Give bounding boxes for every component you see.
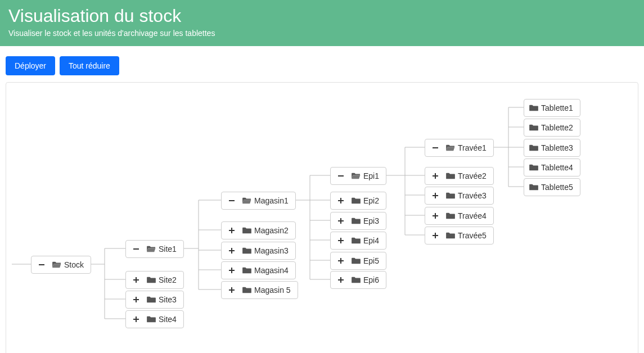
- node-magasin2[interactable]: Magasin2: [221, 221, 296, 239]
- node-label: Magasin4: [254, 266, 289, 275]
- node-label: Tablette2: [541, 123, 573, 132]
- node-travee3[interactable]: Travée3: [425, 187, 494, 205]
- node-tablette3[interactable]: Tablette3: [524, 139, 580, 157]
- node-label: Stock: [64, 260, 84, 269]
- node-epi5[interactable]: Epi5: [330, 252, 386, 270]
- tree-canvas: Stock Site1 Site2 Site3 Site4 Magasin1 M…: [6, 82, 638, 353]
- node-travee5[interactable]: Travée5: [425, 227, 494, 245]
- node-label: Site4: [159, 315, 177, 324]
- plus-icon[interactable]: [430, 210, 441, 221]
- folder-icon: [146, 276, 155, 284]
- plus-icon[interactable]: [226, 265, 237, 276]
- folder-icon: [351, 197, 360, 205]
- node-site4[interactable]: Site4: [125, 310, 184, 328]
- node-label: Tablette5: [541, 183, 573, 192]
- node-label: Site3: [159, 295, 177, 304]
- folder-icon: [242, 227, 251, 234]
- node-tablette5[interactable]: Tablette5: [524, 178, 580, 196]
- node-label: Epi2: [363, 196, 379, 205]
- node-epi4[interactable]: Epi4: [330, 232, 386, 250]
- minus-icon[interactable]: [430, 142, 441, 153]
- plus-icon[interactable]: [430, 170, 441, 182]
- node-label: Epi3: [363, 216, 379, 225]
- node-magasin5[interactable]: Magasin 5: [221, 281, 298, 299]
- node-label: Magasin3: [254, 246, 289, 255]
- node-site2[interactable]: Site2: [125, 271, 184, 289]
- plus-icon[interactable]: [335, 274, 346, 286]
- deploy-button[interactable]: Déployer: [6, 56, 55, 75]
- folder-icon: [351, 276, 360, 284]
- folder-open-icon: [146, 245, 155, 253]
- node-label: Travée2: [458, 171, 487, 180]
- node-label: Site2: [159, 275, 177, 284]
- node-site3[interactable]: Site3: [125, 291, 184, 309]
- folder-icon: [529, 124, 538, 132]
- page-title: Visualisation du stock: [8, 6, 636, 26]
- plus-icon[interactable]: [335, 235, 346, 246]
- plus-icon[interactable]: [130, 294, 142, 305]
- minus-icon[interactable]: [226, 195, 237, 206]
- node-site1[interactable]: Site1: [125, 240, 184, 258]
- node-magasin1[interactable]: Magasin1: [221, 192, 296, 210]
- folder-icon: [242, 266, 251, 274]
- folder-icon: [529, 164, 538, 171]
- node-travee2[interactable]: Travée2: [425, 167, 494, 185]
- folder-icon: [529, 144, 538, 152]
- node-travee1[interactable]: Travée1: [425, 139, 494, 157]
- node-label: Epi6: [363, 275, 379, 284]
- node-label: Travée5: [458, 231, 487, 240]
- node-label: Travée1: [458, 143, 487, 152]
- node-label: Epi1: [363, 171, 379, 180]
- folder-icon: [445, 172, 454, 180]
- node-tablette4[interactable]: Tablette4: [524, 159, 580, 176]
- plus-icon[interactable]: [335, 195, 346, 206]
- node-epi2[interactable]: Epi2: [330, 192, 386, 210]
- folder-open-icon: [351, 172, 360, 180]
- folder-icon: [351, 217, 360, 225]
- node-label: Tablette3: [541, 143, 573, 152]
- plus-icon[interactable]: [226, 225, 237, 236]
- node-magasin3[interactable]: Magasin3: [221, 242, 296, 260]
- plus-icon[interactable]: [430, 190, 441, 201]
- minus-icon[interactable]: [36, 259, 47, 270]
- folder-icon: [445, 212, 454, 220]
- plus-icon[interactable]: [130, 274, 142, 286]
- node-magasin4[interactable]: Magasin4: [221, 261, 296, 279]
- node-epi1[interactable]: Epi1: [330, 167, 386, 185]
- node-label: Magasin1: [254, 196, 289, 205]
- minus-icon[interactable]: [335, 170, 346, 182]
- plus-icon[interactable]: [335, 215, 346, 227]
- node-tablette2[interactable]: Tablette2: [524, 119, 580, 137]
- folder-icon: [242, 286, 251, 294]
- node-label: Travée4: [458, 211, 487, 220]
- node-label: Epi4: [363, 236, 379, 245]
- node-label: Site1: [159, 245, 177, 254]
- plus-icon[interactable]: [226, 245, 237, 256]
- folder-icon: [445, 192, 454, 200]
- node-epi6[interactable]: Epi6: [330, 271, 386, 289]
- plus-icon[interactable]: [226, 284, 237, 296]
- folder-icon: [445, 232, 454, 239]
- node-stock[interactable]: Stock: [31, 256, 91, 274]
- plus-icon[interactable]: [335, 255, 346, 266]
- plus-icon[interactable]: [430, 230, 441, 241]
- collapse-all-button[interactable]: Tout réduire: [60, 56, 119, 75]
- node-label: Tablette1: [541, 103, 573, 112]
- node-travee4[interactable]: Travée4: [425, 207, 494, 225]
- node-tablette1[interactable]: Tablette1: [524, 99, 580, 117]
- node-epi3[interactable]: Epi3: [330, 212, 386, 230]
- minus-icon[interactable]: [130, 243, 142, 255]
- folder-open-icon: [52, 261, 61, 269]
- folder-icon: [529, 104, 538, 112]
- folder-icon: [351, 237, 360, 245]
- plus-icon[interactable]: [130, 314, 142, 325]
- node-label: Magasin2: [254, 226, 289, 235]
- folder-open-icon: [445, 144, 454, 152]
- folder-open-icon: [242, 197, 251, 205]
- node-label: Magasin 5: [254, 286, 291, 295]
- folder-icon: [529, 183, 538, 191]
- page-header: Visualisation du stock Visualiser le sto…: [0, 0, 644, 46]
- folder-icon: [146, 315, 155, 323]
- toolbar: Déployer Tout réduire: [0, 56, 644, 82]
- folder-icon: [351, 257, 360, 265]
